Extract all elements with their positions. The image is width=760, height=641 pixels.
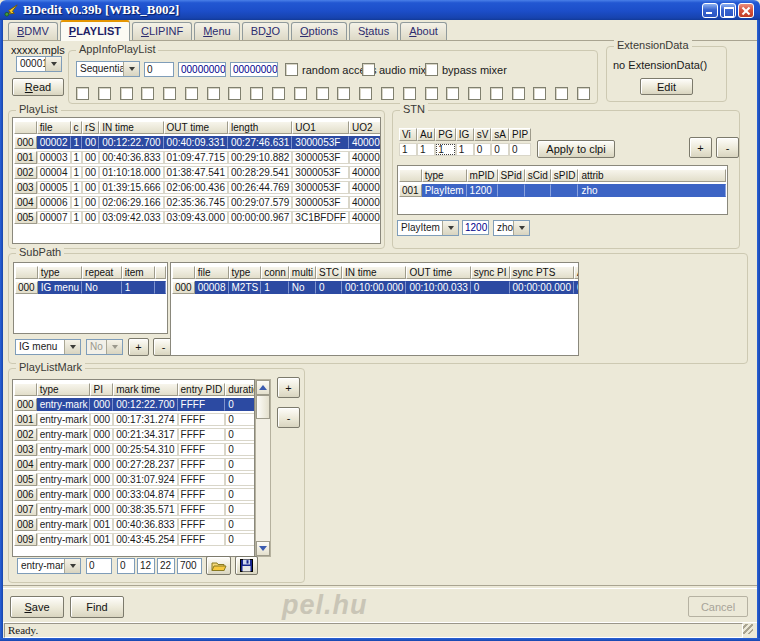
uo-flag-checkbox[interactable]	[185, 87, 198, 100]
table-cell[interactable]: 01:38:47.541	[164, 166, 228, 179]
uo-flag-checkbox[interactable]	[555, 87, 568, 100]
table-cell[interactable]: 001	[90, 518, 113, 531]
table-cell[interactable]: 00:10:00.033	[406, 281, 470, 294]
mark-save-button[interactable]	[235, 556, 258, 575]
table-cell[interactable]: 00:12:22.700	[99, 136, 163, 149]
table-cell[interactable]: 0	[491, 143, 509, 156]
table-cell[interactable]: 000	[90, 503, 113, 516]
column-header[interactable]: OUT time	[164, 121, 228, 134]
table-cell[interactable]: 1	[435, 143, 455, 156]
column-header[interactable]: OUT time	[406, 266, 470, 279]
table-cell[interactable]: 40000000	[349, 151, 381, 164]
column-header[interactable]: mark time	[113, 383, 177, 396]
row-header[interactable]: 002	[14, 166, 37, 179]
table-cell[interactable]: 00:00:00.000	[510, 281, 574, 294]
column-header[interactable]	[399, 169, 422, 182]
chevron-down-icon[interactable]	[513, 221, 529, 235]
table-cell[interactable]: 00:17:31.274	[113, 413, 177, 426]
table-cell[interactable]: entry-mark	[37, 458, 91, 471]
table-cell[interactable]: 40000000	[349, 136, 381, 149]
row-header[interactable]: 005	[14, 473, 37, 486]
table-row[interactable]: 0010000310000:40:36.83301:09:47.71500:29…	[14, 151, 381, 164]
column-header[interactable]: rS	[82, 121, 99, 134]
table-cell[interactable]: 00:26:44.769	[228, 181, 292, 194]
table-cell[interactable]: 1	[399, 143, 417, 156]
apply-to-clpi-button[interactable]: Apply to clpi	[537, 140, 615, 158]
uo-flag-checkbox[interactable]	[228, 87, 241, 100]
table-row[interactable]: 001entry-mark00000:17:31.274FFFF0	[14, 413, 255, 426]
table-row[interactable]: 0030000510001:39:15.66602:06:00.43600:26…	[14, 181, 381, 194]
column-header[interactable]: conn	[261, 266, 289, 279]
table-row[interactable]: 002entry-mark00000:21:34.317FFFF0	[14, 428, 255, 441]
playback-type-select[interactable]: Sequential	[76, 61, 140, 77]
table-cell[interactable]: FFFF	[178, 518, 226, 531]
column-header[interactable]: repeat	[82, 266, 122, 279]
uo-flag-checkbox[interactable]	[272, 87, 285, 100]
subpath-type-select[interactable]: IG menu	[15, 339, 81, 355]
uo-flag-checkbox[interactable]	[163, 87, 176, 100]
row-header[interactable]: 004	[14, 458, 37, 471]
row-header[interactable]: 007	[14, 503, 37, 516]
row-header[interactable]: 004	[14, 196, 37, 209]
column-header[interactable]: IN time	[342, 266, 406, 279]
table-cell[interactable]: 00	[82, 166, 99, 179]
column-header[interactable]: file	[195, 266, 229, 279]
chevron-down-icon[interactable]	[64, 340, 80, 354]
table-cell[interactable]: 1	[417, 143, 435, 156]
stn-remove-button[interactable]: -	[716, 137, 739, 158]
column-header[interactable]: type	[38, 266, 82, 279]
column-header[interactable]: entry PID	[178, 383, 226, 396]
uo-flag-checkbox[interactable]	[446, 87, 459, 100]
mark-pi-input[interactable]: 0	[86, 558, 112, 574]
column-header[interactable]: c	[71, 121, 83, 134]
column-header[interactable]: sPID	[551, 169, 579, 182]
column-header[interactable]: PG	[435, 128, 455, 141]
playlistmark-scrollbar[interactable]	[255, 379, 271, 557]
table-cell[interactable]: entry-mark	[37, 503, 91, 516]
table-cell[interactable]: 001	[90, 533, 113, 546]
table-cell[interactable]	[525, 184, 551, 197]
row-header[interactable]: 003	[14, 181, 37, 194]
stn-stream-table[interactable]: typemPIDSPidsCidsPIDattrib001PlayItem120…	[397, 165, 728, 215]
table-cell[interactable]: 0	[574, 281, 579, 294]
table-cell[interactable]: 1	[71, 181, 83, 194]
table-cell[interactable]: 00:40:36.833	[99, 151, 163, 164]
random-access-checkbox[interactable]	[285, 63, 298, 76]
playback-count-input[interactable]: 0	[144, 62, 174, 77]
column-header[interactable]: length	[228, 121, 292, 134]
close-button[interactable]	[738, 3, 754, 18]
column-header[interactable]	[172, 266, 195, 279]
table-row[interactable]: 009entry-mark00100:43:45.254FFFF0	[14, 533, 255, 546]
table-cell[interactable]: 00:27:28.237	[113, 458, 177, 471]
table-row[interactable]: 008entry-mark00100:40:36.833FFFF0	[14, 518, 255, 531]
title-bar[interactable]: BDedit v0.39b [WBR_B002]	[0, 0, 760, 20]
mark-sec-input[interactable]: 22	[157, 558, 175, 574]
table-cell[interactable]: 03:09:42.033	[99, 211, 163, 224]
table-row[interactable]: 000entry-mark00000:12:22.700FFFF0	[14, 398, 255, 411]
table-cell[interactable]: 00	[82, 211, 99, 224]
row-header[interactable]: 000	[172, 281, 195, 294]
table-cell[interactable]: 00006	[37, 196, 71, 209]
row-header[interactable]: 009	[14, 533, 37, 546]
table-row[interactable]: 005entry-mark00000:31:07.924FFFF0	[14, 473, 255, 486]
table-cell[interactable]: 00:31:07.924	[113, 473, 177, 486]
row-header[interactable]: 000	[14, 398, 37, 411]
table-cell[interactable]: 0	[225, 428, 255, 441]
table-cell[interactable]: 0	[225, 533, 255, 546]
column-header[interactable]: sCid	[525, 169, 551, 182]
row-header[interactable]: 001	[14, 413, 37, 426]
uo-mask2-input[interactable]: 00000000	[230, 62, 278, 77]
table-cell[interactable]: 00008	[195, 281, 229, 294]
row-header[interactable]: 000	[14, 136, 37, 149]
row-header[interactable]: 005	[14, 211, 37, 224]
table-cell[interactable]: 1	[71, 166, 83, 179]
table-cell[interactable]: 1	[71, 151, 83, 164]
subplayitem-table[interactable]: filetypeconnmultiSTCIN timeOUT timesync …	[170, 262, 579, 356]
maximize-button[interactable]	[720, 3, 736, 18]
table-cell[interactable]: 0	[225, 488, 255, 501]
table-cell[interactable]	[155, 281, 166, 294]
subpath-table[interactable]: typerepeatitem000IG menuNo1	[13, 262, 168, 334]
column-header[interactable]: type	[37, 383, 91, 396]
table-row[interactable]: 006entry-mark00000:33:04.874FFFF0	[14, 488, 255, 501]
table-cell[interactable]: FFFF	[178, 533, 226, 546]
